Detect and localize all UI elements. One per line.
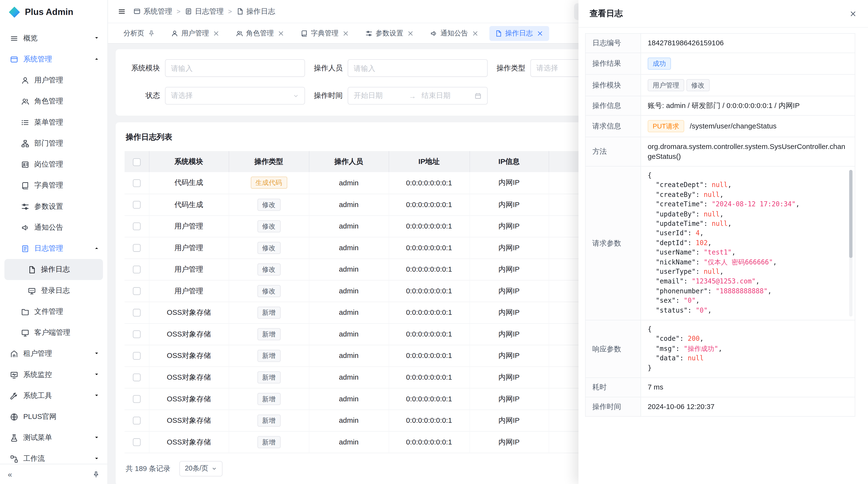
field-label: 操作人员 bbox=[314, 63, 343, 73]
tab-label: 通知公告 bbox=[440, 28, 468, 38]
row-checkbox[interactable] bbox=[133, 395, 140, 403]
cell-ip-info: 内网IP bbox=[469, 172, 549, 194]
column-header-ip: IP地址 bbox=[389, 151, 469, 172]
breadcrumb-item-operlog[interactable]: 操作日志 bbox=[236, 6, 275, 16]
http-method-badge: PUT请求 bbox=[648, 120, 684, 132]
breadcrumb-item-log[interactable]: 日志管理 bbox=[185, 6, 224, 16]
sidebar-item-overview[interactable]: 概览 bbox=[0, 28, 107, 49]
detail-row-method: 方法 org.dromara.system.controller.system.… bbox=[585, 137, 855, 166]
tenant-icon bbox=[10, 350, 18, 358]
sidebar-item-operlog[interactable]: 操作日志 bbox=[4, 259, 103, 280]
sidebar-item-dept[interactable]: 部门管理 bbox=[0, 133, 107, 154]
tab-0[interactable]: 分析页 bbox=[118, 26, 160, 41]
field-label: 耗时 bbox=[585, 378, 641, 397]
sidebar-item-user[interactable]: 用户管理 bbox=[0, 70, 107, 91]
post-icon bbox=[21, 160, 29, 168]
sidebar-item-dict[interactable]: 字典管理 bbox=[0, 175, 107, 196]
code-scrollbar[interactable] bbox=[849, 170, 852, 317]
close-tab-icon[interactable] bbox=[342, 30, 349, 37]
sidebar-item-config[interactable]: 参数设置 bbox=[0, 196, 107, 217]
operator-input[interactable] bbox=[348, 59, 488, 77]
operation-time-range[interactable]: 开始日期 → 结束日期 bbox=[348, 87, 488, 104]
file-icon bbox=[21, 307, 29, 316]
close-tab-icon[interactable] bbox=[277, 30, 284, 37]
row-checkbox[interactable] bbox=[133, 201, 140, 209]
row-checkbox[interactable] bbox=[133, 309, 140, 317]
cell-operator: admin bbox=[309, 172, 389, 194]
row-checkbox[interactable] bbox=[133, 244, 140, 252]
field-label: 操作时间 bbox=[314, 91, 343, 101]
sidebar-item-file[interactable]: 文件管理 bbox=[0, 301, 107, 322]
close-tab-icon[interactable] bbox=[471, 30, 478, 37]
close-tab-icon[interactable] bbox=[536, 30, 544, 37]
chevron-up-icon bbox=[94, 55, 100, 63]
pin-icon[interactable] bbox=[148, 30, 155, 37]
close-tab-icon[interactable] bbox=[212, 30, 219, 37]
row-checkbox[interactable] bbox=[133, 179, 140, 187]
sidebar-item-label: 系统工具 bbox=[23, 391, 89, 400]
app-logo[interactable]: Plus Admin bbox=[0, 0, 107, 24]
row-checkbox[interactable] bbox=[133, 439, 140, 446]
cell-operator: admin bbox=[309, 258, 389, 280]
sidebar-item-system[interactable]: 系统管理 bbox=[0, 49, 107, 70]
sidebar-item-notice[interactable]: 通知公告 bbox=[0, 217, 107, 238]
sidebar-item-label: 租户管理 bbox=[23, 349, 89, 358]
tab-5[interactable]: 通知公告 bbox=[424, 26, 484, 41]
field-label: 请求信息 bbox=[585, 116, 641, 137]
cell-operator: admin bbox=[309, 194, 389, 216]
status-select[interactable]: 请选择 bbox=[165, 87, 305, 104]
request-params-code: { "createDept": null, "createBy": null, … bbox=[648, 171, 848, 315]
sidebar-item-plus-site[interactable]: PLUS官网 bbox=[0, 406, 107, 427]
detail-row-info: 操作信息 账号: admin / 研发部门 / 0:0:0:0:0:0:0:1 … bbox=[585, 96, 855, 115]
notice-icon bbox=[430, 30, 437, 37]
sidebar-item-loginlog[interactable]: 登录日志 bbox=[0, 280, 107, 301]
close-drawer-icon[interactable] bbox=[849, 10, 857, 18]
system-module-input[interactable] bbox=[165, 59, 305, 77]
cell-ip: 0:0:0:0:0:0:0:1 bbox=[389, 323, 469, 345]
row-checkbox[interactable] bbox=[133, 417, 140, 424]
sidebar-item-tenant[interactable]: 租户管理 bbox=[0, 343, 107, 364]
sidebar-item-client[interactable]: 客户端管理 bbox=[0, 322, 107, 343]
chevron-down-icon bbox=[94, 350, 100, 358]
close-tab-icon[interactable] bbox=[406, 30, 414, 37]
sidebar-item-log[interactable]: 日志管理 bbox=[0, 238, 107, 259]
detail-row-cost: 耗时 7 ms bbox=[585, 378, 855, 397]
sidebar-item-label: 日志管理 bbox=[34, 244, 89, 253]
pin-icon[interactable] bbox=[92, 471, 100, 478]
test-icon bbox=[10, 433, 18, 442]
select-all-checkbox[interactable] bbox=[133, 158, 140, 166]
cell-ip: 0:0:0:0:0:0:0:1 bbox=[389, 410, 469, 431]
sidebar-item-tool[interactable]: 系统工具 bbox=[0, 385, 107, 406]
cell-ip-info: 内网IP bbox=[469, 301, 549, 323]
sidebar-item-menu[interactable]: 菜单管理 bbox=[0, 112, 107, 133]
tab-2[interactable]: 角色管理 bbox=[230, 26, 290, 41]
sidebar-item-workflow[interactable]: 工作流 bbox=[0, 448, 107, 464]
scrollbar-thumb[interactable] bbox=[849, 170, 852, 258]
cell-ip: 0:0:0:0:0:0:0:1 bbox=[389, 431, 469, 453]
tab-1[interactable]: 用户管理 bbox=[165, 26, 225, 41]
tab-6[interactable]: 操作日志 bbox=[489, 26, 549, 41]
cell-operator: admin bbox=[309, 345, 389, 366]
breadcrumb-item-system[interactable]: 系统管理 bbox=[133, 6, 172, 16]
row-checkbox[interactable] bbox=[133, 330, 140, 338]
tab-4[interactable]: 参数设置 bbox=[360, 26, 419, 41]
row-checkbox[interactable] bbox=[133, 266, 140, 273]
row-checkbox[interactable] bbox=[133, 223, 140, 230]
sidebar-item-role[interactable]: 角色管理 bbox=[0, 91, 107, 112]
sidebar-item-test[interactable]: 测试菜单 bbox=[0, 427, 107, 448]
cell-ip-info: 内网IP bbox=[469, 194, 549, 216]
sidebar-item-label: 字典管理 bbox=[34, 180, 100, 190]
cell-ip-info: 内网IP bbox=[469, 280, 549, 302]
collapse-sidebar-button[interactable]: « bbox=[8, 470, 12, 479]
row-checkbox[interactable] bbox=[133, 374, 140, 381]
tab-3[interactable]: 字典管理 bbox=[295, 26, 355, 41]
sidebar-item-monitor[interactable]: 系统监控 bbox=[0, 364, 107, 385]
sidebar-item-post[interactable]: 岗位管理 bbox=[0, 154, 107, 175]
select-placeholder: 请选择 bbox=[536, 63, 558, 73]
page-size-select[interactable]: 20条/页 bbox=[179, 461, 223, 476]
row-checkbox[interactable] bbox=[133, 352, 140, 360]
sidebar-item-label: 操作日志 bbox=[41, 264, 95, 274]
sidebar: Plus Admin 概览系统管理用户管理角色管理菜单管理部门管理岗位管理字典管… bbox=[0, 0, 108, 484]
hamburger-menu-icon[interactable] bbox=[118, 7, 126, 15]
row-checkbox[interactable] bbox=[133, 287, 140, 295]
